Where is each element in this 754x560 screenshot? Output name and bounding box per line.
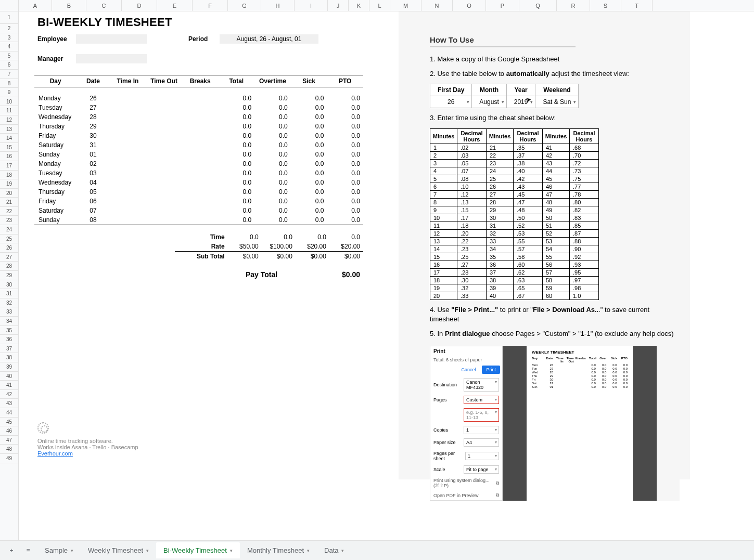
add-sheet-button[interactable]: + xyxy=(4,543,19,558)
adjust-dropdown[interactable]: Sat & Sun xyxy=(535,96,579,108)
column-header[interactable]: S xyxy=(590,0,621,11)
adjust-dropdown[interactable]: August xyxy=(472,96,506,108)
row-header[interactable]: 20 xyxy=(0,189,18,198)
column-header[interactable]: R xyxy=(557,0,590,11)
row-header[interactable]: 30 xyxy=(0,280,18,290)
row-header[interactable]: 47 xyxy=(0,436,18,445)
column-header[interactable]: Q xyxy=(519,0,557,11)
ts-row[interactable]: Monday260.00.00.00.0 xyxy=(34,94,363,103)
column-header[interactable]: I xyxy=(295,0,328,11)
row-header[interactable]: 15 xyxy=(0,143,18,152)
row-header[interactable]: 11 xyxy=(0,106,18,115)
period-input[interactable]: August, 26 - August, 01 xyxy=(220,34,318,44)
row-header[interactable]: 39 xyxy=(0,362,18,372)
row-header[interactable]: 26 xyxy=(0,243,18,253)
row-header[interactable]: 2 xyxy=(0,24,18,33)
row-header[interactable]: 3 xyxy=(0,33,18,43)
row-header[interactable]: 16 xyxy=(0,152,18,161)
column-header[interactable]: M xyxy=(390,0,421,11)
row-header[interactable]: 34 xyxy=(0,317,18,326)
row-header[interactable]: 41 xyxy=(0,381,18,390)
employee-input[interactable] xyxy=(76,34,147,44)
row-header[interactable]: 1 xyxy=(0,11,18,24)
row-header[interactable]: 49 xyxy=(0,454,18,463)
column-header[interactable]: O xyxy=(453,0,486,11)
row-header[interactable]: 21 xyxy=(0,198,18,207)
row-header[interactable]: 46 xyxy=(0,426,18,436)
ts-row[interactable]: Wednesday040.00.00.00.0 xyxy=(34,178,363,187)
row-header[interactable]: 31 xyxy=(0,289,18,298)
adjust-dropdown[interactable]: 26 xyxy=(430,96,472,108)
sheet-tab[interactable]: Bi-Weekly Timesheet▾ xyxy=(156,542,240,558)
row-header[interactable]: 18 xyxy=(0,171,18,180)
row-header[interactable]: 36 xyxy=(0,335,18,344)
column-header[interactable]: F xyxy=(193,0,228,11)
row-header[interactable]: 22 xyxy=(0,207,18,216)
column-header[interactable]: J xyxy=(328,0,349,11)
column-header[interactable]: G xyxy=(228,0,261,11)
row-header[interactable]: 24 xyxy=(0,225,18,235)
row-header[interactable]: 28 xyxy=(0,262,18,271)
ts-row[interactable]: Friday300.00.00.00.0 xyxy=(34,131,363,140)
column-header[interactable]: L xyxy=(369,0,390,11)
row-header[interactable]: 8 xyxy=(0,79,18,88)
sheet-tab[interactable]: Data▾ xyxy=(317,542,351,558)
column-header[interactable]: B xyxy=(52,0,86,11)
all-sheets-button[interactable]: ≡ xyxy=(21,543,35,558)
row-header[interactable]: 45 xyxy=(0,418,18,427)
column-header[interactable]: N xyxy=(421,0,453,11)
ts-row[interactable]: Tuesday270.00.00.00.0 xyxy=(34,103,363,112)
row-header[interactable]: 19 xyxy=(0,179,18,189)
corner-cell[interactable] xyxy=(0,0,19,11)
ts-row[interactable]: Tuesday030.00.00.00.0 xyxy=(34,168,363,178)
row-header[interactable]: 13 xyxy=(0,125,18,134)
row-header[interactable]: 7 xyxy=(0,70,18,79)
row-header[interactable]: 33 xyxy=(0,307,18,317)
row-header[interactable]: 40 xyxy=(0,372,18,381)
timesheet-table: DayDateTime InTime OutBreaksTotalOvertim… xyxy=(34,75,363,225)
row-header[interactable]: 17 xyxy=(0,161,18,171)
column-header[interactable]: E xyxy=(157,0,193,11)
row-header[interactable]: 10 xyxy=(0,97,18,107)
row-header[interactable]: 4 xyxy=(0,42,18,51)
column-header[interactable]: T xyxy=(621,0,653,11)
row-header[interactable]: 35 xyxy=(0,326,18,335)
row-header[interactable]: 25 xyxy=(0,235,18,244)
ts-row[interactable]: Sunday010.00.00.00.0 xyxy=(34,150,363,159)
manager-input[interactable] xyxy=(76,54,147,63)
ts-row[interactable]: Sunday080.00.00.00.0 xyxy=(34,215,363,225)
ts-row[interactable]: Thursday290.00.00.00.0 xyxy=(34,122,363,131)
row-header[interactable]: 9 xyxy=(0,88,18,97)
sheet-tab[interactable]: Monthly Timesheet▾ xyxy=(240,542,317,558)
row-header[interactable]: 14 xyxy=(0,134,18,143)
row-header[interactable]: 6 xyxy=(0,60,18,70)
sheet-area[interactable]: BI-WEEKLY TIMESHEET Employee Period Augu… xyxy=(19,11,754,540)
ts-row[interactable]: Saturday070.00.00.00.0 xyxy=(34,206,363,215)
row-header[interactable]: 44 xyxy=(0,408,18,418)
sheet-tab[interactable]: Weekly Timesheet▾ xyxy=(81,542,156,558)
sheet-tab[interactable]: Sample▾ xyxy=(37,542,81,558)
row-header[interactable]: 5 xyxy=(0,51,18,61)
ts-row[interactable]: Friday060.00.00.00.0 xyxy=(34,197,363,206)
row-header[interactable]: 42 xyxy=(0,390,18,399)
column-header[interactable]: C xyxy=(86,0,122,11)
row-header[interactable]: 38 xyxy=(0,353,18,362)
column-header[interactable]: P xyxy=(486,0,519,11)
ts-row[interactable]: Thursday050.00.00.00.0 xyxy=(34,187,363,197)
row-header[interactable]: 48 xyxy=(0,445,18,454)
column-header[interactable]: D xyxy=(122,0,157,11)
row-header[interactable]: 37 xyxy=(0,344,18,354)
row-header[interactable]: 43 xyxy=(0,399,18,408)
footer-link[interactable]: Everhour.com xyxy=(37,450,73,457)
row-header[interactable]: 23 xyxy=(0,216,18,225)
row-header[interactable]: 12 xyxy=(0,115,18,125)
ts-row[interactable]: Monday020.00.00.00.0 xyxy=(34,159,363,168)
row-header[interactable]: 27 xyxy=(0,253,18,262)
column-header[interactable]: K xyxy=(349,0,369,11)
ts-row[interactable]: Saturday310.00.00.00.0 xyxy=(34,140,363,150)
column-header[interactable]: H xyxy=(261,0,295,11)
column-header[interactable]: A xyxy=(19,0,52,11)
ts-row[interactable]: Wednesday280.00.00.00.0 xyxy=(34,112,363,122)
row-header[interactable]: 29 xyxy=(0,271,18,280)
row-header[interactable]: 32 xyxy=(0,298,18,308)
